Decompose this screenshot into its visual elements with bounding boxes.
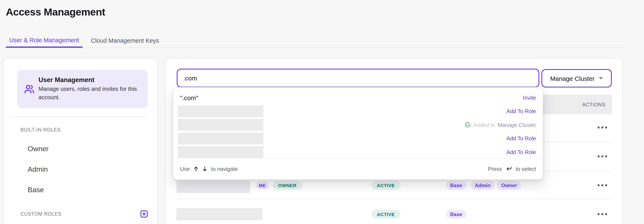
- return-key-icon: [506, 166, 512, 172]
- plus-square-icon: [140, 210, 148, 218]
- custom-roles-row: CUSTOM ROLES: [20, 210, 148, 218]
- status-badge: ACTIVE: [372, 181, 400, 190]
- tab-bar: User & Role Management Cloud Management …: [3, 34, 624, 48]
- suggestion-query-text: ".com": [173, 94, 198, 101]
- redacted-user-name: [176, 181, 250, 193]
- navigate-label: to navigate: [211, 166, 238, 172]
- added-target-text: Manage Cluster: [498, 122, 536, 128]
- suggestion-list: ".com" Invite Add To Role Added to: [173, 91, 543, 159]
- tab-user-role-management[interactable]: User & Role Management: [6, 34, 82, 48]
- users-icon: [24, 84, 34, 94]
- status-badge: ACTIVE: [372, 210, 400, 218]
- roles-sidebar: User Management Manage users, roles and …: [3, 58, 158, 224]
- manage-cluster-dropdown-button[interactable]: Manage Cluster: [542, 69, 612, 88]
- sidebar-item-base[interactable]: Base: [28, 186, 44, 194]
- invite-link[interactable]: Invite: [523, 94, 536, 101]
- suggestion-user-row[interactable]: Add To Role: [173, 132, 543, 145]
- row-actions-menu-button[interactable]: [595, 210, 609, 218]
- use-label: Use: [180, 166, 190, 172]
- search-suggestions-dropdown: ".com" Invite Add To Role Added to: [173, 87, 543, 180]
- suggestion-user-row[interactable]: Added to Manage Cluster: [173, 118, 543, 132]
- check-circle-icon: [465, 122, 471, 128]
- app-root: Access Management User & Role Management…: [0, 0, 644, 224]
- add-to-role-link[interactable]: Add To Role: [506, 108, 536, 114]
- row-actions-menu-button[interactable]: [595, 152, 609, 160]
- user-search-input[interactable]: [177, 69, 539, 88]
- row-actions-menu-button[interactable]: [595, 181, 609, 189]
- sidebar-divider: [9, 116, 148, 117]
- sidebar-item-admin[interactable]: Admin: [28, 166, 48, 174]
- add-custom-role-button[interactable]: [140, 210, 148, 218]
- tab-cloud-management-keys[interactable]: Cloud Management Keys: [88, 34, 162, 48]
- row-actions-menu-button[interactable]: [595, 124, 609, 131]
- feature-card-description: Manage users, roles and invites for this…: [38, 85, 138, 102]
- row-divider: [177, 199, 612, 199]
- redacted-user-name: [178, 133, 264, 144]
- add-to-role-link[interactable]: Add To Role: [506, 136, 536, 142]
- select-hint: Press to select: [488, 166, 536, 172]
- redacted-user-name: [178, 106, 264, 117]
- select-label: to select: [516, 166, 536, 172]
- feature-card-title: User Management: [38, 76, 138, 84]
- redacted-user-name: [176, 208, 262, 220]
- navigate-hint: Use to navigate: [180, 166, 238, 172]
- role-pill-owner: Owner: [497, 181, 521, 190]
- page-title: Access Management: [6, 6, 105, 18]
- arrow-up-icon: [194, 166, 198, 172]
- role-pill-admin: Admin: [471, 181, 495, 190]
- suggestion-invite-row[interactable]: ".com" Invite: [173, 91, 543, 104]
- suggestion-user-row[interactable]: Add To Role: [173, 145, 543, 159]
- role-pill-base: Base: [446, 181, 466, 190]
- redacted-user-name: [178, 146, 264, 158]
- manage-cluster-label: Manage Cluster: [550, 75, 594, 82]
- dropdown-footer: Use to navigate Press: [173, 158, 543, 180]
- press-label: Press: [488, 166, 502, 172]
- sidebar-item-owner[interactable]: Owner: [28, 145, 48, 153]
- suggestion-user-row[interactable]: Add To Role: [173, 104, 543, 118]
- chevron-down-icon: [599, 77, 603, 80]
- added-to-text: Added to: [473, 122, 495, 128]
- owner-type-badge: OWNER: [272, 181, 302, 190]
- custom-roles-label: CUSTOM ROLES: [20, 212, 62, 216]
- add-to-role-link[interactable]: Add To Role: [506, 149, 536, 155]
- user-management-card[interactable]: User Management Manage users, roles and …: [17, 70, 148, 108]
- role-pill-base: Base: [446, 210, 466, 218]
- built-in-roles-label: BUILT-IN ROLES: [20, 127, 60, 132]
- redacted-user-name: [178, 119, 264, 131]
- arrow-down-icon: [202, 166, 207, 172]
- added-to-cluster-status: Added to Manage Cluster: [465, 122, 536, 128]
- me-badge: ME: [256, 181, 269, 189]
